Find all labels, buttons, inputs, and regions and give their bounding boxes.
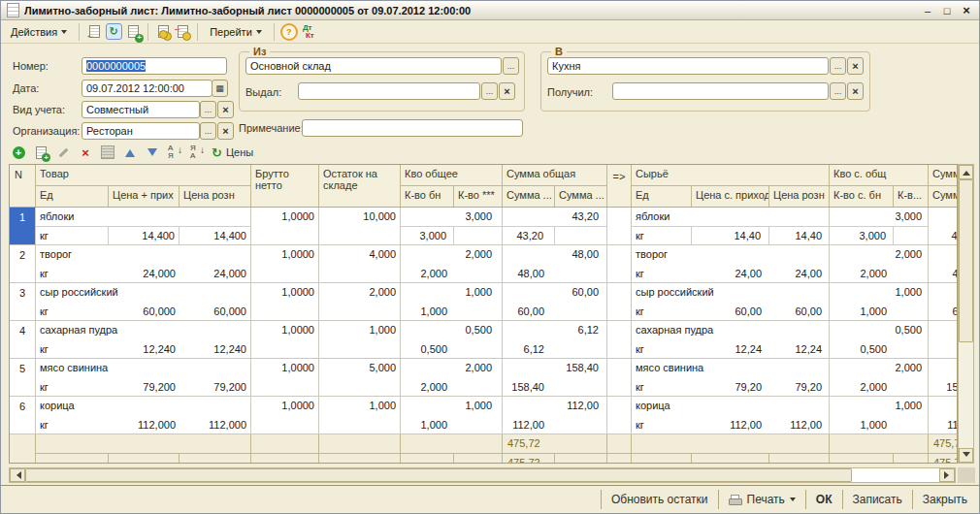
- unit-cell[interactable]: кг: [36, 416, 109, 434]
- qty-total-cell[interactable]: 0,500: [401, 321, 503, 340]
- summa-extra-cell[interactable]: [555, 378, 607, 396]
- item-name-cell[interactable]: сыр российский: [36, 283, 251, 303]
- arrow-cell[interactable]: [607, 245, 632, 282]
- qty-bn-cell[interactable]: 2,000: [401, 378, 454, 396]
- row-number-cell[interactable]: 6: [10, 397, 36, 434]
- number-input[interactable]: 0000000005: [82, 57, 227, 75]
- sort-asc-button[interactable]: АЯ↓: [167, 145, 182, 160]
- minimize-button[interactable]: –: [919, 3, 936, 17]
- raw-summa-bn-cell[interactable]: 6,12: [929, 340, 958, 358]
- raw-qty-extra-cell[interactable]: [894, 265, 929, 282]
- scroll-left-button[interactable]: [10, 468, 25, 482]
- raw-unit-cell[interactable]: кг: [632, 265, 692, 282]
- summa-bn-cell[interactable]: 112,00: [503, 416, 555, 434]
- destination-input[interactable]: Кухня: [547, 57, 829, 75]
- qty-total-cell[interactable]: 2,000: [401, 245, 503, 265]
- accounting-type-input[interactable]: Совместный: [82, 101, 200, 118]
- unit-cell[interactable]: кг: [36, 340, 109, 358]
- raw-summa-total-cell[interactable]: 112,00: [929, 397, 958, 416]
- raw-summa-bn-cell[interactable]: 60,00: [929, 303, 958, 320]
- raw-price-prih-cell[interactable]: 12,24: [692, 340, 769, 358]
- print-button[interactable]: Печать: [719, 489, 805, 510]
- copy-row-button[interactable]: +: [33, 145, 49, 160]
- row-number-cell[interactable]: 3: [10, 283, 36, 320]
- brutto-cell[interactable]: 1,0000: [251, 208, 319, 244]
- raw-summa-total-cell[interactable]: 60,00: [929, 283, 958, 303]
- summa-extra-cell[interactable]: [555, 416, 607, 434]
- item-name-cell[interactable]: яблоки: [36, 208, 251, 227]
- item-name-cell[interactable]: корица: [36, 397, 251, 416]
- raw-qty-extra-cell[interactable]: [894, 303, 929, 320]
- summa-total-cell[interactable]: 48,00: [503, 245, 607, 265]
- raw-qty-bn-cell[interactable]: 2,000: [830, 378, 894, 396]
- qty-extra-cell[interactable]: [454, 340, 503, 358]
- raw-summa-bn-cell[interactable]: 48,00: [929, 265, 958, 282]
- raw-unit-cell[interactable]: кг: [632, 416, 692, 434]
- row-number-cell[interactable]: 4: [10, 321, 36, 358]
- organization-clear-button[interactable]: ×: [217, 122, 234, 140]
- raw-qty-bn-cell[interactable]: 3,000: [830, 227, 894, 244]
- unpost-document-button[interactable]: ←: [174, 23, 191, 41]
- raw-summa-bn-cell[interactable]: 43,20: [929, 227, 958, 244]
- raw-qty-bn-cell[interactable]: 2,000: [830, 265, 894, 282]
- summa-total-cell[interactable]: 6,12: [503, 321, 607, 340]
- raw-name-cell[interactable]: мясо свинина: [632, 359, 830, 378]
- raw-price-prih-cell[interactable]: 24,00: [692, 265, 769, 282]
- raw-qty-extra-cell[interactable]: [894, 340, 929, 358]
- summa-total-cell[interactable]: 60,00: [503, 283, 607, 303]
- row-number-cell[interactable]: 1: [10, 208, 36, 244]
- accounting-select-button[interactable]: ...: [200, 101, 216, 118]
- arrow-cell[interactable]: [607, 321, 632, 358]
- summa-bn-cell[interactable]: 48,00: [503, 265, 555, 282]
- raw-name-cell[interactable]: сахарная пудра: [632, 321, 830, 340]
- issued-select-button[interactable]: ...: [481, 82, 498, 100]
- accounting-clear-button[interactable]: ×: [217, 101, 234, 118]
- raw-name-cell[interactable]: яблоки: [632, 208, 830, 227]
- summa-extra-cell[interactable]: [555, 265, 607, 282]
- arrow-cell[interactable]: [607, 283, 632, 320]
- qty-bn-cell[interactable]: 2,000: [401, 265, 454, 282]
- actions-menu-button[interactable]: Действия: [5, 24, 73, 40]
- save-button[interactable]: Записать: [843, 489, 912, 510]
- qty-bn-cell[interactable]: 1,000: [401, 303, 454, 320]
- table-row[interactable]: 5 мясо свинина кг 79,200 79,200 1,0000 5…: [10, 359, 958, 397]
- raw-qty-total-cell[interactable]: 2,000: [830, 359, 929, 378]
- raw-name-cell[interactable]: творог: [632, 245, 830, 265]
- ok-button[interactable]: ОК: [806, 489, 842, 510]
- summa-extra-cell[interactable]: [555, 303, 607, 320]
- received-input[interactable]: [612, 82, 829, 100]
- table-row[interactable]: 4 сахарная пудра кг 12,240 12,240 1,0000…: [10, 321, 958, 359]
- date-input[interactable]: 09.07.2012 12:00:00: [82, 80, 212, 97]
- destination-select-button[interactable]: ...: [830, 57, 846, 75]
- price-rozn-cell[interactable]: 112,000: [180, 416, 251, 434]
- qty-extra-cell[interactable]: [454, 378, 503, 396]
- summa-extra-cell[interactable]: [555, 340, 607, 358]
- price-prih-cell[interactable]: 14,400: [109, 227, 180, 244]
- qty-extra-cell[interactable]: [454, 265, 503, 282]
- item-name-cell[interactable]: творог: [36, 245, 251, 265]
- brutto-cell[interactable]: 1,0000: [251, 321, 319, 358]
- table-row[interactable]: 6 корица кг 112,000 112,000 1,0000 1,000…: [10, 397, 958, 434]
- raw-qty-extra-cell[interactable]: [894, 416, 929, 434]
- price-prih-cell[interactable]: 112,000: [109, 416, 180, 434]
- raw-unit-cell[interactable]: кг: [632, 340, 692, 358]
- raw-price-rozn-cell[interactable]: 60,00: [769, 303, 830, 320]
- scroll-up-button[interactable]: [959, 165, 973, 179]
- raw-unit-cell[interactable]: кг: [632, 227, 692, 244]
- stock-cell[interactable]: 5,000: [319, 359, 401, 396]
- price-rozn-cell[interactable]: 60,000: [180, 303, 251, 320]
- stock-cell[interactable]: 10,000: [319, 208, 401, 244]
- raw-summa-total-cell[interactable]: 43,20: [929, 208, 958, 227]
- calendar-button[interactable]: ▦: [212, 80, 228, 97]
- summa-bn-cell[interactable]: 60,00: [503, 303, 555, 320]
- raw-summa-total-cell[interactable]: 48,00: [929, 245, 958, 265]
- warehouse-input[interactable]: Основной склад: [245, 57, 502, 75]
- scroll-right-button[interactable]: [939, 468, 955, 482]
- unit-cell[interactable]: кг: [36, 303, 109, 320]
- raw-name-cell[interactable]: сыр российский: [632, 283, 830, 303]
- copy-document-button[interactable]: +: [124, 23, 142, 41]
- qty-extra-cell[interactable]: [454, 416, 503, 434]
- row-number-cell[interactable]: 2: [10, 245, 36, 282]
- issued-clear-button[interactable]: ×: [499, 82, 515, 100]
- qty-bn-cell[interactable]: 0,500: [401, 340, 454, 358]
